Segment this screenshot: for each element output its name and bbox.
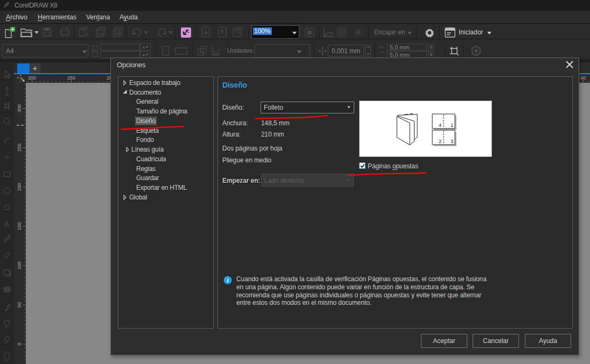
svg-text:2: 2 xyxy=(439,139,441,144)
svg-text:A: A xyxy=(4,220,9,229)
svg-text:200: 200 xyxy=(17,183,22,191)
svg-text:0: 0 xyxy=(17,343,22,346)
svg-text:250: 250 xyxy=(17,144,22,152)
svg-text:4: 4 xyxy=(439,123,441,128)
svg-text:00: 00 xyxy=(580,75,586,81)
svg-text:50: 50 xyxy=(17,302,22,308)
svg-text:250: 250 xyxy=(67,75,75,81)
svg-text:i: i xyxy=(227,277,229,283)
svg-text:150: 150 xyxy=(17,222,22,230)
svg-text:1: 1 xyxy=(451,123,453,128)
svg-text:300: 300 xyxy=(28,75,36,81)
svg-text:F: F xyxy=(241,33,243,38)
svg-text:100: 100 xyxy=(17,261,22,269)
svg-text:300: 300 xyxy=(17,104,22,112)
svg-text:3: 3 xyxy=(451,139,453,144)
